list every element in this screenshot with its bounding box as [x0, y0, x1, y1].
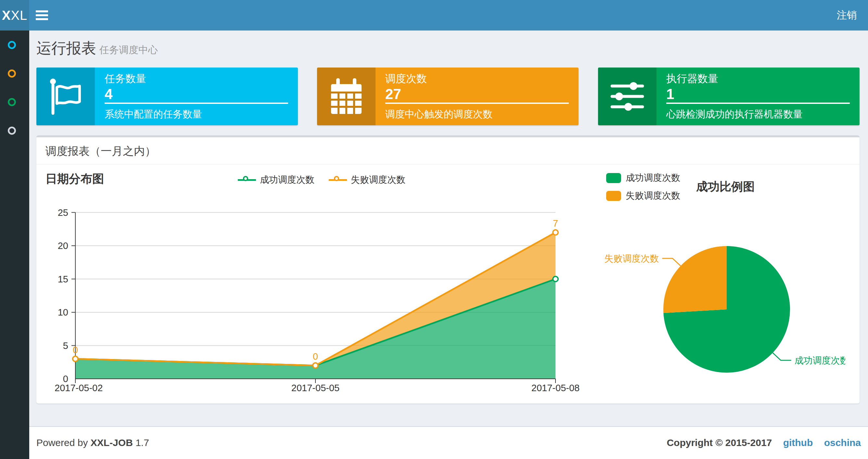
- fail-point-marker: [73, 356, 78, 362]
- github-link[interactable]: github: [783, 437, 813, 448]
- legend-label: 失败调度次数: [351, 174, 405, 186]
- panel-header: 调度报表（一月之内）: [36, 137, 860, 165]
- logo-text: XL: [11, 8, 27, 23]
- info-box-trigger-count: 调度次数 27 调度中心触发的调度次数: [317, 67, 579, 125]
- info-box-label: 任务数量: [104, 72, 288, 85]
- copyright-text: Copyright © 2015-2017: [666, 437, 772, 448]
- info-box-label: 执行器数量: [666, 72, 850, 85]
- footer: Powered by XXL-JOB 1.7 Copyright © 2015-…: [0, 426, 868, 459]
- legend-item-2[interactable]: 失败调度次数: [329, 174, 405, 186]
- app-name: XXL-JOB: [91, 437, 133, 448]
- calendar-icon: [317, 67, 375, 125]
- logo-text-bold: X: [2, 8, 11, 23]
- hamburger-icon: [36, 10, 48, 20]
- data-label: 7: [553, 218, 558, 229]
- sidebar-item-3[interactable]: [0, 88, 29, 116]
- report-panel: 调度报表（一月之内） 日期分布图 成功调度次数失败调度次数 0510152025…: [36, 135, 860, 403]
- circle-icon: [8, 98, 16, 106]
- panel-title: 调度报表（一月之内）: [45, 144, 156, 159]
- info-box-value: 27: [385, 85, 569, 103]
- content-header: 运行报表任务调度中心: [36, 38, 158, 60]
- footer-powered-by: Powered by XXL-JOB 1.7: [36, 437, 149, 448]
- legend-line-marker: [329, 176, 347, 184]
- line-chart-legend: 成功调度次数失败调度次数: [179, 174, 465, 186]
- app: XXL 注销 运行报表任务调度中心 任务数量 4 系统中配置的任务数量: [0, 0, 868, 459]
- info-box-description: 心跳检测成功的执行器机器数量: [666, 107, 850, 122]
- info-box-body: 执行器数量 1 心跳检测成功的执行器机器数量: [656, 67, 860, 125]
- pie-slice: [663, 246, 727, 313]
- flag-icon: [36, 67, 95, 125]
- pie-slice-label: 失败调度次数: [604, 254, 659, 264]
- pie-slice-label: 成功调度次数: [795, 356, 845, 365]
- fail-point-marker: [553, 230, 558, 235]
- pie-chart-title: 成功比例图: [660, 179, 790, 195]
- data-label: 0: [73, 345, 78, 355]
- legend-swatch: [606, 191, 621, 201]
- info-box-value: 4: [104, 85, 288, 103]
- sidebar-item-1[interactable]: [0, 31, 29, 59]
- legend-swatch: [606, 173, 621, 183]
- pie-label-line: [662, 258, 681, 266]
- sidebar: [0, 31, 29, 459]
- legend-line-marker: [238, 176, 256, 184]
- y-tick-label: 15: [58, 274, 68, 284]
- top-navbar: XXL 注销: [0, 0, 868, 31]
- line-chart-title: 日期分布图: [45, 171, 104, 187]
- x-tick-label: 2017-05-05: [291, 383, 339, 393]
- sidebar-item-4[interactable]: [0, 116, 29, 145]
- fail-point-marker: [313, 363, 318, 368]
- page-subtitle: 任务调度中心: [99, 44, 158, 55]
- page-title: 运行报表: [36, 40, 96, 57]
- y-tick-label: 25: [58, 207, 68, 218]
- divider: [385, 103, 569, 104]
- divider: [666, 103, 850, 104]
- date-distribution-chart: 05101520252017-05-022017-05-052017-05-08…: [49, 197, 601, 411]
- info-box-job-count: 任务数量 4 系统中配置的任务数量: [36, 67, 298, 125]
- info-box-body: 调度次数 27 调度中心触发的调度次数: [375, 67, 579, 125]
- powered-by-text: Powered by: [36, 437, 88, 448]
- logout-link[interactable]: 注销: [826, 0, 868, 31]
- info-box-executor-count: 执行器数量 1 心跳检测成功的执行器机器数量: [598, 67, 860, 125]
- footer-copyright: Copyright © 2015-2017 github oschina: [666, 437, 861, 448]
- x-tick-label: 2017-05-02: [55, 383, 103, 393]
- x-tick-label: 2017-05-08: [531, 383, 580, 393]
- circle-icon: [8, 69, 16, 77]
- y-tick-label: 20: [58, 240, 68, 251]
- info-box-label: 调度次数: [385, 72, 569, 85]
- y-tick-label: 5: [63, 340, 68, 351]
- app-version: 1.7: [135, 437, 149, 448]
- sidebar-toggle-button[interactable]: [29, 0, 55, 31]
- circle-icon: [8, 127, 16, 135]
- sliders-icon: [598, 67, 656, 125]
- info-box-body: 任务数量 4 系统中配置的任务数量: [95, 67, 298, 125]
- sidebar-item-2[interactable]: [0, 59, 29, 88]
- info-box-description: 系统中配置的任务数量: [104, 107, 288, 122]
- y-tick-label: 10: [58, 307, 68, 318]
- legend-item-1[interactable]: 成功调度次数: [238, 174, 314, 186]
- success-ratio-pie-chart: 成功调度次数失败调度次数: [598, 216, 845, 398]
- oschina-link[interactable]: oschina: [824, 437, 861, 448]
- info-box-value: 1: [666, 85, 850, 103]
- success-point-marker: [553, 276, 558, 282]
- divider: [104, 103, 288, 104]
- pie-label-line: [773, 353, 791, 360]
- circle-icon: [8, 41, 16, 49]
- logo[interactable]: XXL: [0, 0, 29, 31]
- info-box-description: 调度中心触发的调度次数: [385, 107, 569, 122]
- data-label: 0: [313, 351, 318, 362]
- legend-label: 成功调度次数: [260, 174, 314, 186]
